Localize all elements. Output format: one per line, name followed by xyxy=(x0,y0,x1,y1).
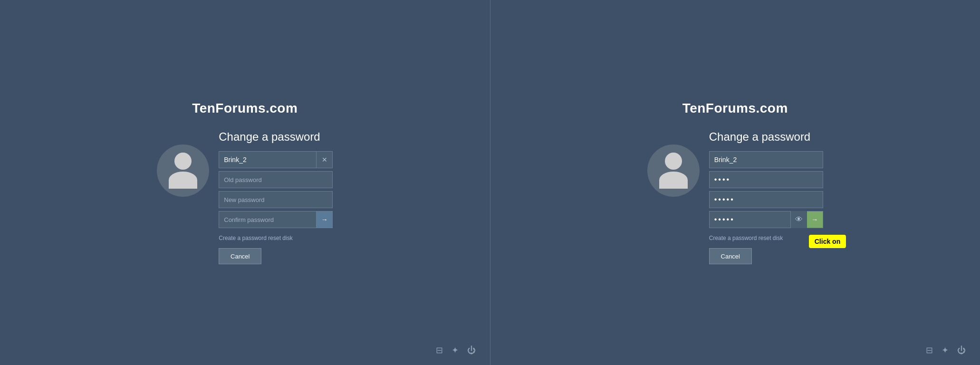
left-confirm-password-input[interactable] xyxy=(219,211,317,228)
click-on-label: Click on xyxy=(815,238,840,245)
left-panel: TenForums.com Change a password ✕ xyxy=(0,0,490,365)
left-arrow-icon: → xyxy=(321,216,328,223)
right-old-password-input[interactable] xyxy=(709,171,823,188)
right-eye-button[interactable]: 👁 xyxy=(791,211,807,228)
left-clear-icon: ✕ xyxy=(322,156,327,163)
left-username-clear-button[interactable]: ✕ xyxy=(317,151,333,168)
right-avatar xyxy=(647,144,700,197)
left-avatar-body xyxy=(169,172,197,189)
left-new-password-input[interactable] xyxy=(219,191,333,208)
left-form-title: Change a password xyxy=(219,130,333,144)
right-bottom-icons: ⊟ ✦ ⏻ xyxy=(926,345,966,355)
left-settings-icon[interactable]: ✦ xyxy=(452,345,459,355)
left-change-password-box: Change a password ✕ xyxy=(157,130,333,264)
right-new-password-input[interactable] xyxy=(709,191,823,208)
left-confirm-arrow-button[interactable]: → xyxy=(317,211,333,228)
right-input-group: 👁 → xyxy=(709,151,823,228)
right-site-title: TenForums.com xyxy=(682,101,788,116)
left-avatar xyxy=(157,144,209,197)
left-form-section: Change a password ✕ xyxy=(219,130,333,264)
right-username-wrapper xyxy=(709,151,823,168)
right-new-password-wrapper xyxy=(709,191,823,208)
right-eye-icon: 👁 xyxy=(795,215,803,224)
left-cancel-label: Cancel xyxy=(231,253,250,260)
right-screen-icon[interactable]: ⊟ xyxy=(926,345,933,355)
left-input-group: ✕ → xyxy=(219,151,333,228)
right-cancel-label: Cancel xyxy=(721,253,740,260)
left-old-password-wrapper xyxy=(219,171,333,188)
left-username-wrapper: ✕ xyxy=(219,151,333,168)
right-confirm-arrow-button[interactable]: → xyxy=(807,211,823,228)
right-form-title: Change a password xyxy=(709,130,823,144)
click-on-badge: Click on xyxy=(809,235,846,248)
left-bottom-icons: ⊟ ✦ ⏻ xyxy=(436,345,476,355)
left-avatar-icon xyxy=(169,153,197,189)
right-old-password-wrapper xyxy=(709,171,823,188)
right-change-password-box: Change a password 👁 xyxy=(647,130,823,264)
left-cancel-button[interactable]: Cancel xyxy=(219,248,261,264)
right-username-input[interactable] xyxy=(709,151,823,168)
right-arrow-icon: → xyxy=(811,216,818,223)
left-screen-icon[interactable]: ⊟ xyxy=(436,345,443,355)
left-confirm-password-wrapper: → xyxy=(219,211,333,228)
right-settings-icon[interactable]: ✦ xyxy=(942,345,949,355)
left-username-input[interactable] xyxy=(219,151,317,168)
right-confirm-password-wrapper: 👁 → xyxy=(709,211,823,228)
left-old-password-input[interactable] xyxy=(219,171,333,188)
left-site-title: TenForums.com xyxy=(192,101,298,116)
right-avatar-icon xyxy=(659,153,688,189)
right-confirm-password-input[interactable] xyxy=(709,211,791,228)
right-cancel-button[interactable]: Cancel xyxy=(709,248,752,264)
right-avatar-head xyxy=(665,153,682,170)
right-reset-link[interactable]: Create a password reset disk xyxy=(709,235,823,241)
left-power-icon[interactable]: ⏻ xyxy=(467,346,476,355)
right-panel: TenForums.com Change a password xyxy=(490,0,980,365)
left-reset-link[interactable]: Create a password reset disk xyxy=(219,235,333,241)
right-avatar-body xyxy=(659,172,688,189)
left-new-password-wrapper xyxy=(219,191,333,208)
right-form-section: Change a password 👁 xyxy=(709,130,823,264)
left-avatar-head xyxy=(174,153,192,170)
right-power-icon[interactable]: ⏻ xyxy=(957,346,966,355)
